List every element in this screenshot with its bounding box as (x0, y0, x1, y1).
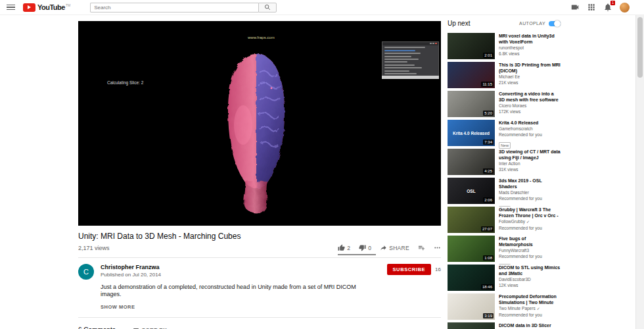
up-next-video-item[interactable]: 2:01 MRI voxel data in Unity3d with Voxe… (448, 33, 561, 62)
video-thumbnail[interactable]: 1:08 (448, 236, 495, 262)
comments-header: 6 Comments SORT BY (78, 326, 441, 329)
video-thumbnail[interactable]: 4:25 (448, 149, 495, 175)
video-thumbnail[interactable]: 18:46 (448, 265, 495, 291)
channel-meta: Christopher Franzwa Published on Jul 20,… (101, 264, 161, 278)
video-thumbnail[interactable]: 11:15 (448, 62, 495, 88)
subscribe-area: SUBSCRIBE 16 (387, 264, 441, 275)
scrollbar-thumb[interactable] (637, 17, 643, 78)
video-actions: 2 0 SHARE (338, 244, 441, 251)
video-thumbnail[interactable]: 27:07 (448, 207, 495, 233)
video-thumbnail[interactable]: 5:20 (448, 91, 495, 117)
save-button[interactable] (418, 244, 425, 251)
autoplay-control: AUTOPLAY (519, 21, 561, 26)
video-item-title: DICOM data in 3D Slicer (499, 322, 551, 328)
video-thumbnail[interactable] (448, 322, 495, 329)
video-item-text: 3ds Max 2019 - OSL Shaders Mads Drøschle… (499, 178, 561, 207)
video-item-text: Converting a video into a 3D mesh with f… (499, 91, 561, 120)
upload-video-icon[interactable] (570, 3, 580, 12)
show-more-button[interactable]: SHOW MORE (101, 304, 135, 310)
video-item-meta: 172K views (499, 109, 561, 114)
up-next-video-item[interactable]: 1:08 Five bugs of Metamorphosis FunnyWar… (448, 236, 561, 265)
subscribe-button[interactable]: SUBSCRIBE (387, 264, 432, 275)
sort-icon (133, 327, 139, 329)
youtube-logo[interactable]: YouTube TM (23, 3, 70, 13)
video-item-meta: 31K views (499, 166, 561, 172)
up-next-video-item[interactable]: Krita 4.0 Released 7:34 Krita 4.0 Releas… (448, 120, 561, 149)
notification-badge: 1 (610, 1, 615, 5)
search-input[interactable] (90, 3, 258, 13)
video-thumbnail[interactable]: OSL 2:06 (448, 178, 495, 204)
sort-by-button[interactable]: SORT BY (133, 327, 167, 329)
video-item-channel: FunnyWarcraft3✓ (499, 247, 561, 253)
up-next-video-item[interactable]: DICOM data in 3D Slicer ✓ (448, 322, 561, 329)
video-item-title: This is 3D Printing from MRI (DICOM) (499, 62, 561, 74)
video-item-channel: Two Minute Papers✓ (499, 305, 561, 312)
video-thumbnail[interactable]: Krita 4.0 Released 7:34 (448, 120, 495, 146)
channel-name[interactable]: Christopher Franzwa (101, 264, 161, 270)
account-avatar[interactable] (620, 3, 630, 13)
video-duration-badge: 11:15 (481, 82, 494, 87)
search-button[interactable] (258, 3, 277, 13)
notifications-bell-icon[interactable]: 1 (603, 3, 612, 12)
verified-badge-icon: ✓ (537, 307, 540, 311)
apps-grid-icon[interactable] (587, 3, 596, 12)
stats-row: 2,171 views 2 0 SHARE (78, 244, 441, 258)
up-next-video-item[interactable]: 4:25 3D viewing of CT / MRT data using F… (448, 149, 561, 178)
video-thumbnail[interactable]: 3:19 (448, 293, 495, 320)
like-button[interactable]: 2 (338, 244, 350, 251)
video-item-meta: 12K views (499, 282, 561, 288)
comments-count: 6 Comments (78, 326, 116, 329)
up-next-video-item[interactable]: 18:46 DICOM to STL using Mimics and 3Mat… (448, 265, 561, 293)
up-next-video-item[interactable]: 27:07 Grubby | Warcraft 3 The Frozen Thr… (448, 207, 561, 236)
video-item-title: Krita 4.0 Released (499, 120, 542, 126)
up-next-header: Up next AUTOPLAY (448, 20, 561, 27)
up-next-video-item[interactable]: 3:19 Precomputed Deformation Simulations… (448, 293, 561, 322)
video-duration-badge: 27:07 (481, 226, 494, 232)
video-item-meta: Recommended for you (499, 225, 561, 231)
autoplay-toggle[interactable] (549, 21, 561, 26)
video-item-text: This is 3D Printing from MRI (DICOM) Mic… (499, 62, 561, 91)
video-item-title: DICOM to STL using Mimics and 3Matic (499, 265, 561, 276)
youtube-play-icon (23, 3, 35, 12)
unity-inspector-panel (382, 41, 439, 79)
playlist-add-icon (418, 244, 425, 251)
thumbnail-overlay-text (448, 322, 495, 329)
channel-avatar[interactable]: C (78, 264, 94, 280)
video-item-channel: Cicero Moraes✓ (499, 103, 561, 109)
menu-icon[interactable] (7, 5, 15, 11)
thumb-up-icon (338, 244, 345, 251)
masthead: YouTube TM 1 (0, 0, 644, 15)
search-icon (264, 4, 271, 11)
panel-statusbar (382, 76, 439, 79)
publish-date: Published on Jul 20, 2014 (101, 272, 161, 278)
video-thumbnail[interactable]: 2:01 (448, 33, 495, 59)
video-item-text: Krita 4.0 Released Gamefromscratch✓ Reco… (499, 120, 542, 149)
up-next-video-item[interactable]: OSL 2:06 3ds Max 2019 - OSL Shaders Mads… (448, 178, 561, 207)
more-actions-button[interactable] (434, 244, 441, 251)
dislike-button[interactable]: 0 (359, 244, 371, 251)
video-item-text: DICOM to STL using Mimics and 3Matic Dav… (499, 265, 561, 293)
channel-row: C Christopher Franzwa Published on Jul 2… (78, 258, 441, 280)
video-item-text: Grubby | Warcraft 3 The Frozen Throne | … (499, 207, 561, 236)
verified-badge-icon: ✓ (526, 220, 530, 224)
video-item-meta: 21K views (499, 80, 561, 86)
description-section: C Christopher Franzwa Published on Jul 2… (78, 258, 441, 318)
share-button[interactable]: SHARE (380, 244, 409, 251)
video-item-text: Precomputed Deformation Simulations | Tw… (499, 293, 561, 322)
toggle-knob (554, 20, 561, 27)
video-item-text: Five bugs of Metamorphosis FunnyWarcraft… (499, 236, 561, 265)
video-description: Just a demonstration of a completed, rec… (101, 284, 365, 298)
video-title: Unity: MRI Data to 3D Mesh - Marching Cu… (78, 232, 441, 241)
video-item-title: MRI voxel data in Unity3d with VoxelForm (499, 33, 561, 45)
video-item-meta: Recommended for you (499, 195, 561, 201)
video-player[interactable]: www.fraps.com Calculating Slice: 2 (78, 21, 441, 226)
video-column: www.fraps.com Calculating Slice: 2 (78, 21, 441, 329)
page-scrollbar[interactable] (635, 0, 644, 329)
up-next-list: 2:01 MRI voxel data in Unity3d with Voxe… (448, 33, 561, 329)
up-next-video-item[interactable]: 11:15 This is 3D Printing from MRI (DICO… (448, 62, 561, 91)
video-duration-badge: 3:19 (483, 313, 494, 318)
up-next-video-item[interactable]: 5:20 Converting a video into a 3D mesh w… (448, 91, 561, 120)
search-bar (90, 3, 277, 13)
new-badge: New (499, 142, 511, 149)
video-item-channel: Gamefromscratch✓ (499, 126, 542, 132)
